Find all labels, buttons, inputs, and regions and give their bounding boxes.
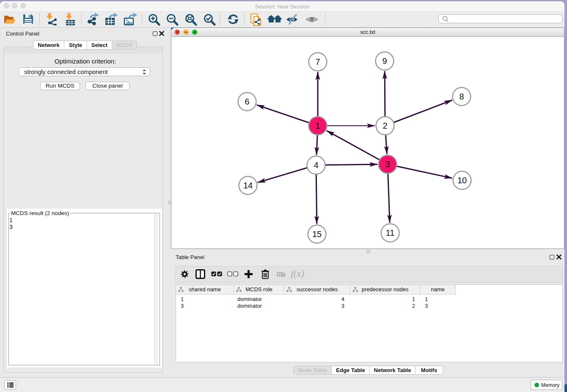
svg-text:6: 6 [245,97,249,106]
svg-text:9: 9 [382,56,387,66]
svg-text:11: 11 [386,228,395,237]
svg-text:7: 7 [315,57,320,66]
svg-text:4: 4 [314,160,318,170]
svg-text:10: 10 [457,176,467,185]
svg-text:1: 1 [315,121,320,130]
svg-text:15: 15 [312,229,322,239]
svg-text:2: 2 [383,121,387,130]
svg-text:3: 3 [385,160,390,169]
svg-text:14: 14 [243,181,253,190]
svg-text:8: 8 [459,92,464,101]
